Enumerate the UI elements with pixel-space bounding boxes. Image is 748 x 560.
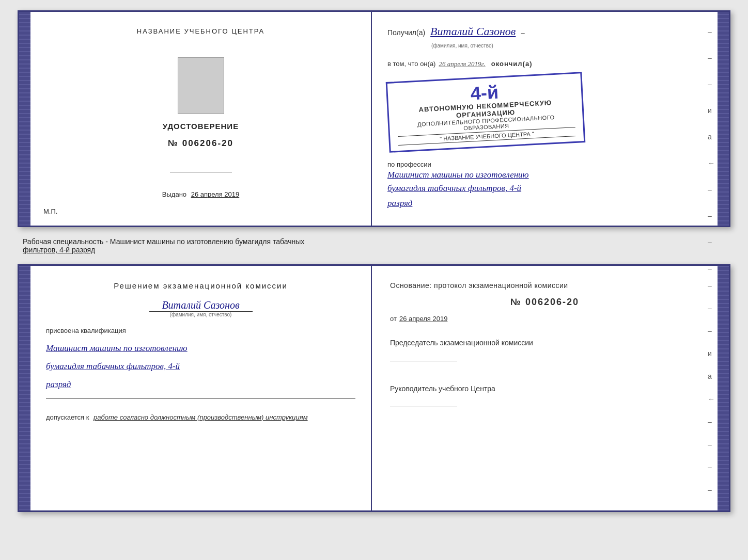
stamp: 4-й АВТОНОМНУЮ НЕКОММЕРЧЕСКУЮ ОРГАНИЗАЦИ… [386,72,586,153]
qual-line3: разряд [46,377,355,391]
director-block: Руководитель учебного Центра [390,383,699,409]
chairman-label: Председатель экзаменационной комиссии [390,338,699,348]
in-that-line: в том, что он(а) 26 апреля 2019г. окончи… [387,60,702,68]
chairman-block: Председатель экзаменационной комиссии [390,338,699,363]
bottom-number: № 006206-20 [390,297,699,308]
spine-left [19,12,30,226]
in-that-prefix: в том, что он(а) [387,60,435,68]
label-prefix: Рабочая специальность - Машинист машины … [23,237,304,246]
decision-title: Решением экзаменационной комиссии [46,281,355,290]
top-left-page: НАЗВАНИЕ УЧЕБНОГО ЦЕНТРА УДОСТОВЕРЕНИЕ №… [30,12,372,226]
issued-line: Выдано 26 апреля 2019 [162,190,239,198]
bottom-left-page: Решением экзаменационной комиссии Витали… [30,266,372,510]
spine-bottom-left [19,266,30,510]
bottom-document: Решением экзаменационной комиссии Витали… [18,264,730,512]
recipient-name: Виталий Сазонов [430,25,516,38]
name-block: Виталий Сазонов (фамилия, имя, отчество) [46,299,355,317]
in-that-date: 26 апреля 2019г. [439,60,485,68]
right-dashes: –––иа←–––– [708,27,715,273]
issued-date: 26 апреля 2019 [191,190,240,198]
admitted-text: работе согласно должностным (производств… [93,413,308,421]
qual-line2: бумагидля табачных фильтров, 4-й [46,359,355,373]
from-date: 26 апреля 2019 [399,315,448,323]
top-document: НАЗВАНИЕ УЧЕБНОГО ЦЕНТРА УДОСТОВЕРЕНИЕ №… [18,10,730,227]
chairman-sig-line [390,348,457,361]
qual-line1: Машинист машины по изготовлению [46,341,355,355]
admitted-prefix: допускается к [46,413,89,421]
cert-number: № 006206-20 [168,138,233,149]
name-hint-top: (фамилия, имя, отчество) [431,43,493,49]
training-center-title: НАЗВАНИЕ УЧЕБНОГО ЦЕНТРА [137,27,264,35]
director-sig-line [390,394,457,407]
label-section: Рабочая специальность - Машинист машины … [18,235,730,257]
assigned-label: присвоена квалификация [46,327,355,334]
bottom-name-hint: (фамилия, имя, отчество) [46,312,355,317]
basis-line: Основание: протокол экзаменационной коми… [390,281,699,290]
received-label: Получил(а) [387,28,425,37]
label-text: Рабочая специальность - Машинист машины … [23,237,725,254]
from-prefix: от [390,315,397,323]
from-line: от 26 апреля 2019 [390,315,699,323]
admitted-line: допускается к работе согласно должностны… [46,413,355,421]
received-line: Получил(а) Виталий Сазонов – [387,25,702,38]
profession-text2: бумагидля табачных фильтров, 4-й [387,182,702,195]
finished-label: окончил(а) [491,60,533,68]
profession-text1: Машинист машины по изготовлению [387,168,702,182]
bottom-name: Виталий Сазонов [149,299,253,312]
photo-placeholder [178,57,224,114]
director-label: Руководитель учебного Центра [390,383,699,394]
right-dashes-bottom: –––иа←–––– [708,281,715,494]
profession-text3: разряд [387,197,702,210]
left-page-center: УДОСТОВЕРЕНИЕ № 006206-20 Выдано 26 апре… [162,45,239,210]
spine-right [718,12,729,226]
cert-label: УДОСТОВЕРЕНИЕ [163,122,239,131]
spine-bottom-right [718,266,729,510]
mp-label: М.П. [43,207,57,215]
profession-label: по профессии [387,161,702,168]
top-right-page: Получил(а) Виталий Сазонов – (фамилия, и… [372,12,718,226]
bottom-right-page: Основание: протокол экзаменационной коми… [372,266,718,510]
issued-label: Выдано [162,190,186,198]
label-underline: фильтров, 4-й разряд [23,246,95,254]
